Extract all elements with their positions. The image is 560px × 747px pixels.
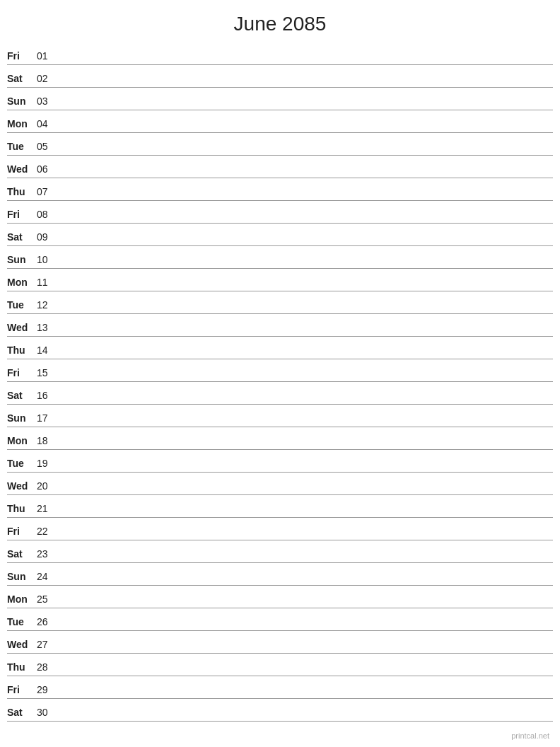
calendar-row: Wed13	[7, 314, 553, 337]
day-number: 21	[37, 503, 57, 516]
day-name: Mon	[7, 435, 37, 448]
calendar-row: Mon18	[7, 427, 553, 450]
day-name: Sat	[7, 231, 37, 244]
calendar-row: Sat23	[7, 540, 553, 563]
day-name: Tue	[7, 458, 37, 470]
day-name: Wed	[7, 639, 37, 652]
day-line	[57, 492, 553, 493]
calendar-row: Sat09	[7, 224, 553, 246]
day-number: 22	[37, 526, 57, 538]
day-number: 10	[37, 254, 57, 267]
day-name: Fri	[7, 526, 37, 538]
day-number: 04	[37, 118, 57, 131]
day-line	[57, 130, 553, 131]
day-line	[57, 560, 553, 561]
day-number: 08	[37, 209, 57, 221]
day-name: Sun	[7, 571, 37, 584]
day-line	[57, 62, 553, 63]
day-number: 26	[37, 616, 57, 629]
day-number: 18	[37, 435, 57, 448]
day-line	[57, 289, 553, 289]
day-line	[57, 357, 553, 357]
day-name: Tue	[7, 141, 37, 154]
calendar-row: Fri08	[7, 201, 553, 224]
day-number: 12	[37, 299, 57, 312]
day-number: 14	[37, 344, 57, 357]
calendar-row: Thu21	[7, 495, 553, 518]
calendar-row: Mon11	[7, 269, 553, 291]
calendar-row: Sat16	[7, 382, 553, 405]
day-line	[57, 221, 553, 221]
day-name: Sat	[7, 390, 37, 403]
day-number: 20	[37, 480, 57, 493]
day-line	[57, 108, 553, 108]
day-name: Fri	[7, 367, 37, 380]
calendar-row: Fri01	[7, 42, 553, 65]
calendar-row: Thu14	[7, 337, 553, 359]
page-title: June 2085	[0, 0, 560, 42]
day-line	[57, 673, 553, 674]
day-line	[57, 447, 553, 448]
calendar-row: Sat02	[7, 65, 553, 88]
day-line	[57, 719, 553, 719]
day-name: Wed	[7, 163, 37, 176]
day-line	[57, 651, 553, 652]
day-number: 07	[37, 186, 57, 199]
day-name: Thu	[7, 503, 37, 516]
day-name: Fri	[7, 50, 37, 63]
day-number: 16	[37, 390, 57, 403]
day-number: 15	[37, 367, 57, 380]
day-line	[57, 153, 553, 154]
day-number: 30	[37, 707, 57, 719]
day-name: Mon	[7, 593, 37, 606]
day-number: 27	[37, 639, 57, 652]
calendar-row: Sat30	[7, 699, 553, 722]
footer-label: printcal.net	[511, 731, 549, 740]
day-name: Mon	[7, 277, 37, 289]
day-line	[57, 696, 553, 697]
day-line	[57, 85, 553, 86]
day-number: 19	[37, 458, 57, 470]
day-number: 24	[37, 571, 57, 584]
calendar-row: Fri22	[7, 518, 553, 540]
calendar-row: Mon25	[7, 586, 553, 608]
day-name: Sat	[7, 548, 37, 561]
day-line	[57, 334, 553, 335]
day-number: 05	[37, 141, 57, 154]
day-line	[57, 424, 553, 425]
calendar-row: Tue05	[7, 133, 553, 156]
day-number: 23	[37, 548, 57, 561]
calendar-row: Sun10	[7, 246, 553, 269]
day-number: 03	[37, 95, 57, 108]
day-number: 17	[37, 412, 57, 425]
day-name: Wed	[7, 322, 37, 335]
calendar-row: Fri15	[7, 359, 553, 382]
day-number: 29	[37, 684, 57, 697]
day-number: 06	[37, 163, 57, 176]
calendar-row: Tue26	[7, 608, 553, 631]
day-name: Sun	[7, 254, 37, 267]
day-line	[57, 606, 553, 606]
calendar-row: Sun03	[7, 88, 553, 110]
calendar-row: Fri29	[7, 676, 553, 699]
day-number: 13	[37, 322, 57, 335]
calendar-grid: Fri01Sat02Sun03Mon04Tue05Wed06Thu07Fri08…	[0, 42, 560, 722]
day-line	[57, 311, 553, 312]
day-name: Wed	[7, 480, 37, 493]
day-name: Sun	[7, 95, 37, 108]
day-name: Thu	[7, 186, 37, 199]
calendar-row: Wed27	[7, 631, 553, 654]
day-name: Thu	[7, 661, 37, 674]
day-line	[57, 628, 553, 629]
day-line	[57, 266, 553, 267]
day-number: 11	[37, 277, 57, 289]
calendar-row: Sun24	[7, 563, 553, 586]
day-line	[57, 538, 553, 538]
calendar-row: Mon04	[7, 110, 553, 133]
day-line	[57, 515, 553, 516]
calendar-row: Tue12	[7, 291, 553, 314]
calendar-row: Thu07	[7, 178, 553, 201]
day-line	[57, 379, 553, 380]
day-number: 25	[37, 593, 57, 606]
day-line	[57, 243, 553, 244]
